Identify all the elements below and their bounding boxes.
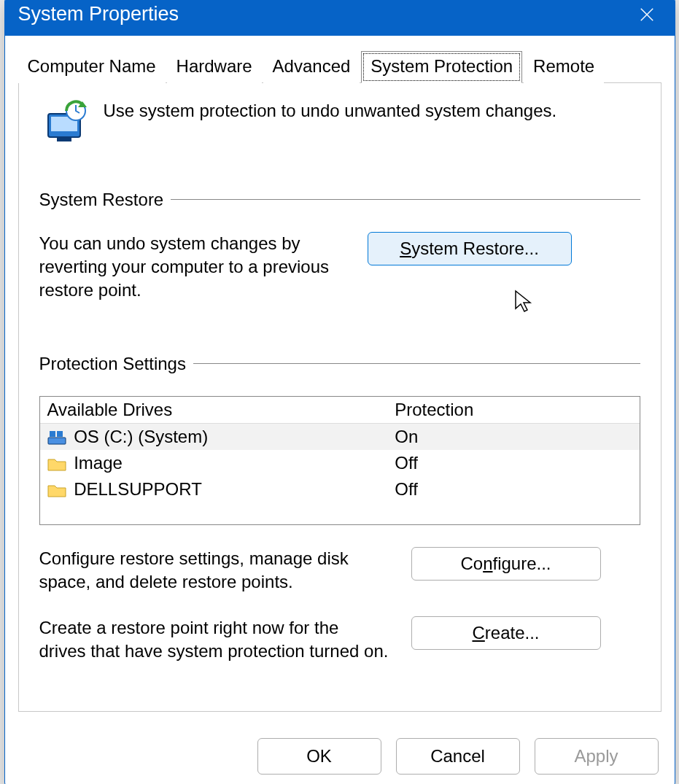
protection-settings-group-title: Protection Settings <box>39 354 186 374</box>
apply-button[interactable]: Apply <box>535 738 659 775</box>
drive-row-image[interactable]: Image Off <box>40 450 640 476</box>
intro-row: Use system protection to undo unwanted s… <box>39 99 640 146</box>
drives-header: Available Drives Protection <box>40 397 640 424</box>
drive-protection: Off <box>387 476 639 502</box>
configure-description: Configure restore settings, manage disk … <box>39 547 389 594</box>
protection-actions: Configure restore settings, manage disk … <box>39 547 640 664</box>
drive-name: OS (C:) (System) <box>74 427 208 446</box>
close-icon <box>639 7 655 23</box>
tab-system-protection[interactable]: System Protection <box>361 51 522 83</box>
system-restore-description: You can undo system changes by reverting… <box>39 232 346 303</box>
ok-button[interactable]: OK <box>257 738 381 775</box>
close-button[interactable] <box>632 0 661 29</box>
drives-list[interactable]: Available Drives Protection OS (C:) (Sys… <box>39 396 640 525</box>
titlebar: System Properties <box>5 0 675 36</box>
system-restore-button[interactable]: System Restore... <box>368 232 572 265</box>
svg-rect-4 <box>57 137 71 141</box>
svg-rect-7 <box>48 438 66 444</box>
col-header-protection[interactable]: Protection <box>387 397 639 423</box>
protection-settings-group: Protection Settings Available Drives Pro… <box>39 354 640 664</box>
system-restore-icon <box>39 99 90 146</box>
svg-rect-9 <box>57 431 63 437</box>
intro-text: Use system protection to undo unwanted s… <box>104 99 557 121</box>
drive-name: Image <box>74 453 123 473</box>
drive-protection: Off <box>387 450 639 476</box>
system-restore-group-title: System Restore <box>39 190 164 210</box>
tab-hardware[interactable]: Hardware <box>167 51 262 83</box>
drive-protection: On <box>387 424 639 450</box>
drives-empty-space <box>40 502 640 524</box>
drive-row-dellsupport[interactable]: DELLSUPPORT Off <box>40 476 640 502</box>
system-restore-group: System Restore You can undo system chang… <box>39 190 640 303</box>
folder-icon <box>47 455 66 470</box>
window-title: System Properties <box>18 3 179 26</box>
create-description: Create a restore point right now for the… <box>39 616 389 664</box>
col-header-drives[interactable]: Available Drives <box>40 397 388 423</box>
tab-strip: Computer Name Hardware Advanced System P… <box>18 50 661 83</box>
tab-body: Use system protection to undo unwanted s… <box>18 83 661 713</box>
divider <box>193 363 640 364</box>
system-properties-window: System Properties Computer Name Hardware… <box>4 0 675 784</box>
create-button[interactable]: Create... <box>411 616 601 650</box>
tab-remote[interactable]: Remote <box>524 51 604 83</box>
dialog-footer: OK Cancel Apply <box>5 725 675 784</box>
configure-button[interactable]: Configure... <box>411 547 601 581</box>
divider <box>171 199 640 200</box>
drive-name: DELLSUPPORT <box>74 479 202 499</box>
folder-icon <box>47 481 66 496</box>
svg-rect-8 <box>50 431 55 437</box>
content-area: Computer Name Hardware Advanced System P… <box>5 36 675 726</box>
tab-advanced[interactable]: Advanced <box>263 51 360 83</box>
cancel-button[interactable]: Cancel <box>396 738 520 775</box>
system-drive-icon <box>47 429 66 443</box>
drive-row-os[interactable]: OS (C:) (System) On <box>40 424 640 450</box>
tab-computer-name[interactable]: Computer Name <box>18 51 166 83</box>
